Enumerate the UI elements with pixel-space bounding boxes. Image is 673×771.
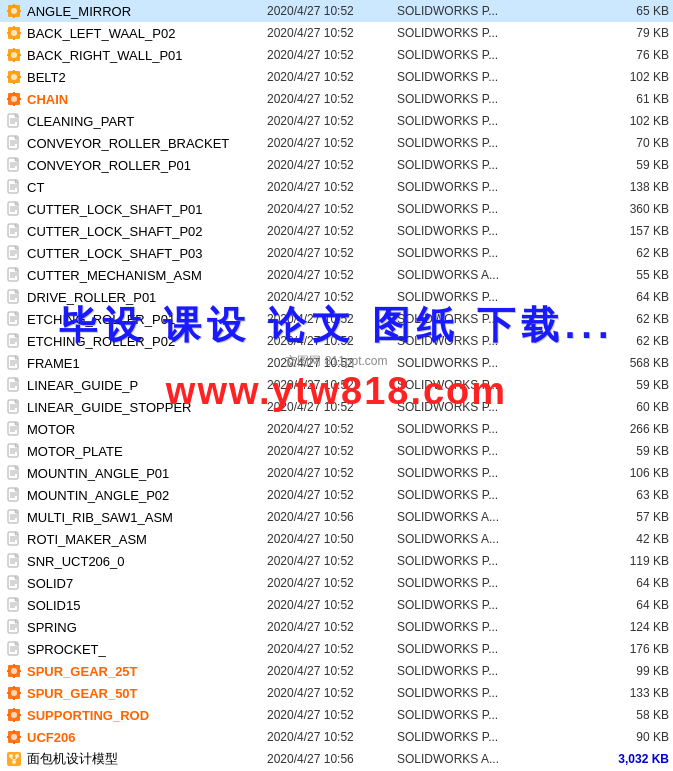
file-date: 2020/4/27 10:52 (267, 136, 397, 150)
table-row[interactable]: SPRING 2020/4/27 10:52 SOLIDWORKS P... 1… (0, 616, 673, 638)
table-row[interactable]: 面包机设计模型 2020/4/27 10:56 SOLIDWORKS A... … (0, 748, 673, 770)
file-size: 3,032 KB (599, 752, 669, 766)
table-row[interactable]: DRIVE_ROLLER_P01 2020/4/27 10:52 SOLIDWO… (0, 286, 673, 308)
table-row[interactable]: CUTTER_LOCK_SHAFT_P02 2020/4/27 10:52 SO… (0, 220, 673, 242)
file-name: SPUR_GEAR_50T (27, 686, 267, 701)
table-row[interactable]: SNR_UCT206_0 2020/4/27 10:52 SOLIDWORKS … (0, 550, 673, 572)
table-row[interactable]: SUPPORTING_ROD 2020/4/27 10:52 SOLIDWORK… (0, 704, 673, 726)
file-type-label: SOLIDWORKS P... (397, 466, 599, 480)
file-name: SPRING (27, 620, 267, 635)
file-size: 63 KB (599, 488, 669, 502)
svg-rect-23 (18, 76, 21, 78)
file-size: 157 KB (599, 224, 669, 238)
table-row[interactable]: MOUNTIN_ANGLE_P02 2020/4/27 10:52 SOLIDW… (0, 484, 673, 506)
file-name: MOTOR_PLATE (27, 444, 267, 459)
file-type-label: SOLIDWORKS P... (397, 312, 599, 326)
file-type-label: SOLIDWORKS P... (397, 290, 599, 304)
table-row[interactable]: BELT2 2020/4/27 10:52 SOLIDWORKS P... 10… (0, 66, 673, 88)
file-type-label: SOLIDWORKS P... (397, 114, 599, 128)
file-name: BACK_LEFT_WAAL_P02 (27, 26, 267, 41)
svg-point-143 (11, 712, 17, 718)
table-row[interactable]: BACK_LEFT_WAAL_P02 2020/4/27 10:52 SOLID… (0, 22, 673, 44)
file-type-label: SOLIDWORKS P... (397, 422, 599, 436)
svg-point-13 (11, 52, 17, 58)
table-row[interactable]: ROTI_MAKER_ASM 2020/4/27 10:50 SOLIDWORK… (0, 528, 673, 550)
file-type-icon (4, 684, 24, 702)
table-row[interactable]: MOUNTIN_ANGLE_P01 2020/4/27 10:52 SOLIDW… (0, 462, 673, 484)
file-name: LINEAR_GUIDE_P (27, 378, 267, 393)
file-name: SOLID15 (27, 598, 267, 613)
table-row[interactable]: CUTTER_LOCK_SHAFT_P01 2020/4/27 10:52 SO… (0, 198, 673, 220)
file-type-label: SOLIDWORKS P... (397, 576, 599, 590)
svg-rect-150 (13, 730, 15, 733)
file-type-icon (4, 574, 24, 592)
table-row[interactable]: ETCHING_ROLLER_P01 2020/4/27 10:52 SOLID… (0, 308, 673, 330)
file-date: 2020/4/27 10:52 (267, 26, 397, 40)
file-type-icon (4, 222, 24, 240)
table-row[interactable]: FRAME1 2020/4/27 10:52 SOLIDWORKS P... 5… (0, 352, 673, 374)
file-type-icon (4, 464, 24, 482)
file-type-label: SOLIDWORKS P... (397, 224, 599, 238)
svg-rect-20 (13, 70, 15, 73)
table-row[interactable]: CUTTER_LOCK_SHAFT_P03 2020/4/27 10:52 SO… (0, 242, 673, 264)
file-date: 2020/4/27 10:52 (267, 642, 397, 656)
file-size: 57 KB (599, 510, 669, 524)
file-type-label: SOLIDWORKS P... (397, 180, 599, 194)
table-row[interactable]: CONVEYOR_ROLLER_P01 2020/4/27 10:52 SOLI… (0, 154, 673, 176)
file-name: FRAME1 (27, 356, 267, 371)
table-row[interactable]: ETCHING_ROLLER_P02 2020/4/27 10:52 SOLID… (0, 330, 673, 352)
file-type-icon (4, 398, 24, 416)
file-type-icon (4, 420, 24, 438)
file-type-icon (4, 332, 24, 350)
file-date: 2020/4/27 10:52 (267, 224, 397, 238)
file-date: 2020/4/27 10:52 (267, 422, 397, 436)
file-size: 62 KB (599, 312, 669, 326)
file-type-icon (4, 750, 24, 768)
file-type-label: SOLIDWORKS P... (397, 246, 599, 260)
file-date: 2020/4/27 10:52 (267, 444, 397, 458)
file-type-icon (4, 376, 24, 394)
svg-rect-26 (13, 92, 15, 95)
table-row[interactable]: BACK_RIGHT_WALL_P01 2020/4/27 10:52 SOLI… (0, 44, 673, 66)
table-row[interactable]: MULTI_RIB_SAW1_ASM 2020/4/27 10:56 SOLID… (0, 506, 673, 528)
table-row[interactable]: ANGLE_MIRROR 2020/4/27 10:52 SOLIDWORKS … (0, 0, 673, 22)
table-row[interactable]: LINEAR_GUIDE_STOPPER 2020/4/27 10:52 SOL… (0, 396, 673, 418)
table-row[interactable]: SPUR_GEAR_50T 2020/4/27 10:52 SOLIDWORKS… (0, 682, 673, 704)
file-date: 2020/4/27 10:52 (267, 686, 397, 700)
file-name: SPUR_GEAR_25T (27, 664, 267, 679)
file-date: 2020/4/27 10:52 (267, 378, 397, 392)
table-row[interactable]: SPUR_GEAR_25T 2020/4/27 10:52 SOLIDWORKS… (0, 660, 673, 682)
file-size: 106 KB (599, 466, 669, 480)
svg-rect-16 (7, 54, 10, 56)
svg-rect-144 (13, 708, 15, 711)
file-name: MOTOR (27, 422, 267, 437)
table-row[interactable]: UCF206 2020/4/27 10:52 SOLIDWORKS P... 9… (0, 726, 673, 748)
table-row[interactable]: SOLID15 2020/4/27 10:52 SOLIDWORKS P... … (0, 594, 673, 616)
file-type-icon (4, 640, 24, 658)
file-name: CHAIN (27, 92, 267, 107)
svg-rect-151 (13, 741, 15, 744)
table-row[interactable]: SOLID7 2020/4/27 10:52 SOLIDWORKS P... 6… (0, 572, 673, 594)
file-date: 2020/4/27 10:52 (267, 202, 397, 216)
table-row[interactable]: CHAIN 2020/4/27 10:52 SOLIDWORKS P... 61… (0, 88, 673, 110)
table-row[interactable]: MOTOR 2020/4/27 10:52 SOLIDWORKS P... 26… (0, 418, 673, 440)
file-date: 2020/4/27 10:52 (267, 70, 397, 84)
file-size: 55 KB (599, 268, 669, 282)
file-name: CONVEYOR_ROLLER_P01 (27, 158, 267, 173)
file-date: 2020/4/27 10:50 (267, 532, 397, 546)
file-type-icon (4, 68, 24, 86)
file-date: 2020/4/27 10:52 (267, 730, 397, 744)
table-row[interactable]: MOTOR_PLATE 2020/4/27 10:52 SOLIDWORKS P… (0, 440, 673, 462)
file-size: 64 KB (599, 576, 669, 590)
table-row[interactable]: CONVEYOR_ROLLER_BRACKET 2020/4/27 10:52 … (0, 132, 673, 154)
table-row[interactable]: CUTTER_MECHANISM_ASM 2020/4/27 10:52 SOL… (0, 264, 673, 286)
table-row[interactable]: SPROCKET_ 2020/4/27 10:52 SOLIDWORKS P..… (0, 638, 673, 660)
table-row[interactable]: CLEANING_PART 2020/4/27 10:52 SOLIDWORKS… (0, 110, 673, 132)
svg-rect-146 (7, 714, 10, 716)
file-type-label: SOLIDWORKS P... (397, 202, 599, 216)
table-row[interactable]: LINEAR_GUIDE_P 2020/4/27 10:52 SOLIDWORK… (0, 374, 673, 396)
svg-rect-152 (7, 736, 10, 738)
file-size: 133 KB (599, 686, 669, 700)
svg-rect-17 (18, 54, 21, 56)
table-row[interactable]: CT 2020/4/27 10:52 SOLIDWORKS P... 138 K… (0, 176, 673, 198)
